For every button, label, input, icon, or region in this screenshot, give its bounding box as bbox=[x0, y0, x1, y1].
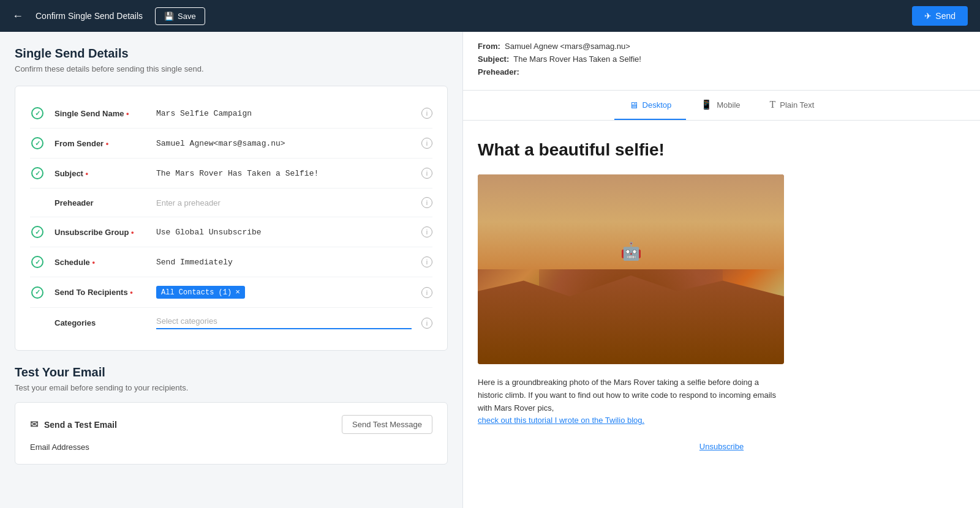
main-layout: Single Send Details Confirm these detail… bbox=[0, 32, 980, 508]
from-label: From: bbox=[478, 42, 500, 51]
back-arrow-icon: ← bbox=[12, 10, 23, 23]
label-categories: Categories bbox=[55, 318, 146, 327]
subject-row: Subject: The Mars Rover Has Taken a Self… bbox=[478, 54, 965, 64]
from-value: Samuel Agnew <mars@samag.nu> bbox=[505, 42, 630, 51]
email-meta: From: Samuel Agnew <mars@samag.nu> Subje… bbox=[463, 32, 980, 91]
sky-background bbox=[478, 174, 784, 269]
tag-remove-icon[interactable]: × bbox=[235, 288, 240, 297]
unsubscribe-link[interactable]: Unsubscribe bbox=[478, 442, 965, 451]
section-subtitle: Confirm these details before sending thi… bbox=[15, 64, 448, 73]
preheader-row: Preheader: bbox=[478, 67, 965, 77]
desktop-icon: 🖥 bbox=[629, 100, 638, 110]
form-row-categories: Categories Select categories i bbox=[30, 308, 432, 338]
form-row-from-sender: From Sender • Samuel Agnew<mars@samag.nu… bbox=[30, 129, 432, 159]
label-from-sender: From Sender • bbox=[55, 139, 146, 148]
label-preheader: Preheader bbox=[55, 198, 146, 207]
label-subject: Subject • bbox=[55, 169, 146, 178]
value-single-send-name[interactable]: Mars Selfie Campaign bbox=[156, 109, 412, 118]
info-icon-recipients[interactable]: i bbox=[421, 287, 432, 298]
right-panel: From: Samuel Agnew <mars@samag.nu> Subje… bbox=[462, 32, 980, 508]
label-single-send-name: Single Send Name • bbox=[55, 109, 146, 118]
form-row-schedule: Schedule • Send Immediately i bbox=[30, 247, 432, 277]
tab-desktop-label: Desktop bbox=[643, 100, 672, 110]
value-recipients[interactable]: All Contacts (1) × bbox=[156, 286, 412, 299]
email-addresses-label: Email Addresses bbox=[30, 443, 432, 452]
send-button[interactable]: ✈ Send bbox=[912, 6, 968, 26]
value-subject[interactable]: The Mars Rover Has Taken a Selfie! bbox=[156, 169, 412, 178]
test-card: ✉ Send a Test Email Send Test Message Em… bbox=[15, 402, 448, 465]
send-test-message-button[interactable]: Send Test Message bbox=[342, 415, 432, 434]
test-section-subtitle: Test your email before sending to your r… bbox=[15, 383, 448, 392]
form-row-single-send-name: Single Send Name • Mars Selfie Campaign … bbox=[30, 99, 432, 129]
label-schedule: Schedule • bbox=[55, 258, 146, 267]
back-button[interactable]: ← bbox=[12, 10, 23, 23]
email-content: What a beautiful selfie! Here is a groun… bbox=[463, 121, 980, 508]
preheader-label: Preheader: bbox=[478, 67, 519, 77]
check-icon-schedule bbox=[30, 256, 45, 268]
save-icon: 💾 bbox=[164, 12, 174, 21]
subject-value: The Mars Rover Has Taken a Selfie! bbox=[513, 54, 641, 64]
send-icon: ✈ bbox=[924, 11, 932, 21]
check-icon-subject bbox=[30, 167, 45, 179]
header-title: Confirm Single Send Details bbox=[36, 11, 143, 21]
tab-mobile[interactable]: 📱 Mobile bbox=[686, 91, 755, 120]
mars-rover-image bbox=[478, 174, 784, 364]
form-row-recipients: Send To Recipients • All Contacts (1) × … bbox=[30, 277, 432, 308]
value-schedule[interactable]: Send Immediately bbox=[156, 258, 412, 267]
info-icon-categories[interactable]: i bbox=[421, 318, 432, 329]
tab-desktop[interactable]: 🖥 Desktop bbox=[614, 91, 687, 120]
value-categories[interactable]: Select categories bbox=[156, 316, 412, 329]
text-icon: T bbox=[770, 99, 776, 110]
recipients-tag[interactable]: All Contacts (1) × bbox=[156, 286, 245, 299]
twilio-blog-link[interactable]: check out this tutorial I wrote on the T… bbox=[478, 416, 644, 425]
label-recipients: Send To Recipients • bbox=[55, 288, 146, 297]
email-heading: What a beautiful selfie! bbox=[478, 140, 965, 160]
label-unsubscribe: Unsubscribe Group • bbox=[55, 228, 146, 237]
tab-mobile-label: Mobile bbox=[717, 100, 740, 110]
form-row-preheader: Preheader Enter a preheader i bbox=[30, 189, 432, 217]
subject-label: Subject: bbox=[478, 54, 509, 64]
test-section-title: Test Your Email bbox=[15, 365, 448, 379]
email-body-text: Here is a groundbreaking photo of the Ma… bbox=[478, 376, 784, 427]
save-button[interactable]: 💾 Save bbox=[155, 7, 205, 25]
from-row: From: Samuel Agnew <mars@samag.nu> bbox=[478, 42, 965, 51]
section-title: Single Send Details bbox=[15, 47, 448, 61]
app-header: ← Confirm Single Send Details 💾 Save ✈ S… bbox=[0, 0, 980, 32]
form-row-subject: Subject • The Mars Rover Has Taken a Sel… bbox=[30, 159, 432, 189]
info-icon-sender[interactable]: i bbox=[421, 138, 432, 149]
mobile-icon: 📱 bbox=[701, 99, 712, 110]
form-row-unsubscribe: Unsubscribe Group • Use Global Unsubscri… bbox=[30, 217, 432, 247]
mars-surface bbox=[478, 260, 784, 365]
check-icon-recipients bbox=[30, 286, 45, 299]
value-unsubscribe[interactable]: Use Global Unsubscribe bbox=[156, 228, 412, 237]
left-panel: Single Send Details Confirm these detail… bbox=[0, 32, 462, 508]
form-card: Single Send Name • Mars Selfie Campaign … bbox=[15, 86, 448, 351]
preview-tabs: 🖥 Desktop 📱 Mobile T Plain Text bbox=[463, 91, 980, 121]
check-icon-unsubscribe bbox=[30, 226, 45, 238]
value-preheader[interactable]: Enter a preheader bbox=[156, 198, 412, 207]
info-icon-subject[interactable]: i bbox=[421, 168, 432, 179]
test-row: ✉ Send a Test Email Send Test Message bbox=[30, 415, 432, 434]
info-icon-unsubscribe[interactable]: i bbox=[421, 226, 432, 237]
check-icon-name bbox=[30, 107, 45, 119]
info-icon-name[interactable]: i bbox=[421, 108, 432, 119]
envelope-icon: ✉ bbox=[30, 419, 38, 430]
tab-plain-text[interactable]: T Plain Text bbox=[755, 91, 829, 120]
check-icon-sender bbox=[30, 137, 45, 149]
tab-plain-text-label: Plain Text bbox=[780, 100, 814, 110]
info-icon-schedule[interactable]: i bbox=[421, 256, 432, 267]
test-label: ✉ Send a Test Email bbox=[30, 419, 117, 430]
tag-label: All Contacts (1) bbox=[161, 288, 232, 297]
info-icon-preheader[interactable]: i bbox=[421, 197, 432, 208]
value-from-sender[interactable]: Samuel Agnew<mars@samag.nu> bbox=[156, 139, 412, 148]
